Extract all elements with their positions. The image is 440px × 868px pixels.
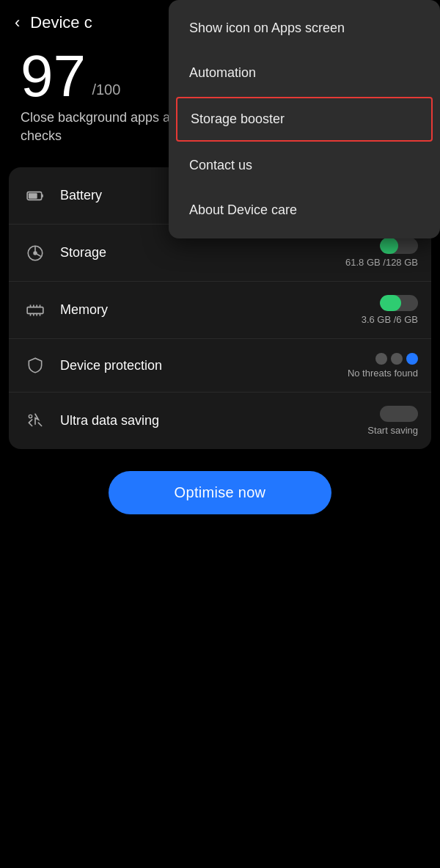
svg-rect-2 — [29, 193, 37, 199]
data-saving-icon — [22, 408, 48, 434]
storage-icon — [22, 240, 48, 266]
svg-point-4 — [33, 251, 37, 255]
memory-value: 3.6 GB /6 GB — [362, 314, 418, 325]
score-max: /100 — [92, 81, 120, 98]
menu-item-contact-us[interactable]: Contact us — [169, 143, 440, 188]
device-protection-value: No threats found — [348, 368, 418, 379]
back-button[interactable]: ‹ — [15, 15, 20, 31]
memory-right: 3.6 GB /6 GB — [362, 295, 418, 325]
menu-item-about[interactable]: About Device care — [169, 188, 440, 233]
device-protection-card[interactable]: Device protection No threats found — [9, 339, 431, 393]
dropdown-menu: Show icon on Apps screen Automation Stor… — [169, 0, 440, 238]
device-protection-right: No threats found — [348, 353, 418, 379]
header-title: Device c — [30, 13, 92, 32]
ultra-data-label: Ultra data saving — [60, 413, 367, 428]
score-number: 97 — [21, 47, 86, 106]
svg-point-14 — [29, 415, 32, 417]
memory-label: Memory — [60, 302, 362, 318]
svg-rect-1 — [42, 194, 43, 197]
ultra-data-right: Start saving — [367, 406, 418, 436]
menu-item-storage-booster[interactable]: Storage booster — [176, 97, 433, 142]
ultra-data-card[interactable]: Ultra data saving Start saving — [9, 393, 431, 449]
memory-icon — [22, 297, 48, 324]
protection-dots — [375, 353, 418, 365]
svg-rect-5 — [27, 307, 43, 314]
storage-value: 61.8 GB /128 GB — [345, 257, 418, 268]
menu-item-automation[interactable]: Automation — [169, 51, 440, 95]
dot-2 — [391, 353, 403, 365]
device-protection-label: Device protection — [60, 358, 348, 373]
memory-toggle — [380, 295, 418, 311]
storage-toggle — [380, 238, 418, 254]
dot-1 — [375, 353, 387, 365]
storage-label: Storage — [60, 245, 345, 260]
dot-3 — [406, 353, 418, 365]
memory-card[interactable]: Memory 3.6 GB /6 GB — [9, 282, 431, 339]
battery-icon — [22, 183, 48, 209]
optimise-section: Optimise now — [0, 471, 440, 514]
storage-right: 61.8 GB /128 GB — [345, 238, 418, 268]
shield-icon — [22, 352, 48, 379]
ultra-data-value: Start saving — [367, 425, 418, 436]
menu-item-show-icon[interactable]: Show icon on Apps screen — [169, 6, 440, 51]
optimise-button[interactable]: Optimise now — [109, 471, 332, 514]
ultra-data-bar — [380, 406, 418, 422]
